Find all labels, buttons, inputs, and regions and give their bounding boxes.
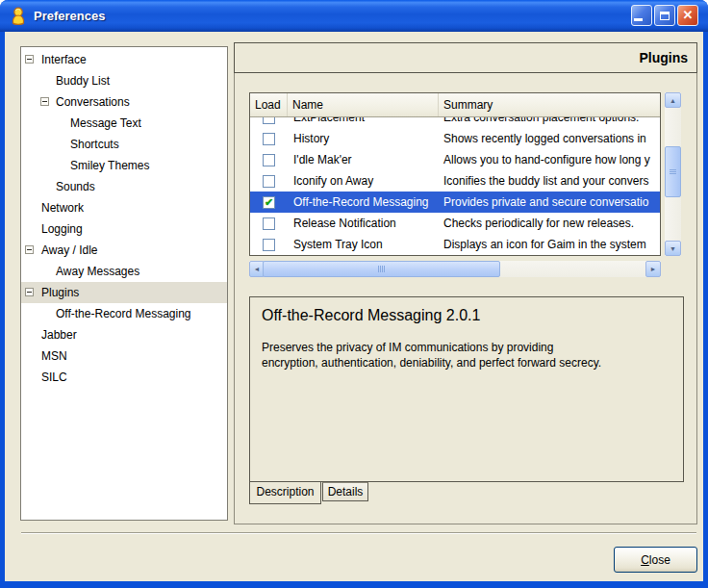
vertical-scrollbar[interactable]: ▲ ▼ (665, 92, 681, 256)
table-row-extplacement[interactable]: ExtPlacement Extra conversation placemen… (250, 117, 660, 128)
thumb-grip-icon (670, 173, 676, 174)
tree-item-message-text[interactable]: Message Text (21, 113, 227, 134)
tree-item-label: Jabber (41, 328, 77, 342)
close-icon: ✕ (683, 6, 694, 25)
plugin-description: Preserves the privacy of IM communicatio… (262, 340, 608, 371)
maximize-button[interactable] (654, 5, 675, 26)
arrow-right-icon: ► (650, 266, 657, 272)
plugin-details-panel: Off-the-Record Messaging 2.0.1 Preserves… (249, 296, 684, 482)
arrow-up-icon: ▲ (670, 97, 676, 104)
plugin-name-cell: I'dle Mak'er (288, 153, 439, 166)
table-row-release-notification[interactable]: Release Notification Checks periodically… (250, 213, 660, 234)
tree-item-label: Interface (41, 53, 87, 66)
thumb-grip-icon (670, 169, 676, 170)
column-header-summary[interactable]: Summary (439, 93, 660, 116)
horizontal-scrollbar[interactable]: ◄ ► (249, 261, 661, 277)
tab-description-label: Description (256, 485, 314, 499)
plugin-name-cell: ExtPlacement (288, 117, 439, 124)
close-button[interactable]: Close (614, 547, 697, 573)
load-checkbox[interactable] (263, 117, 275, 124)
table-row-history[interactable]: History Shows recently logged conversati… (250, 128, 660, 149)
tree-item-logging[interactable]: Logging (21, 218, 227, 240)
table-row-system-tray-icon[interactable]: System Tray Icon Displays an icon for Ga… (250, 234, 660, 255)
preferences-tree: Interface Buddy List Conversations Messa… (20, 46, 228, 521)
table-row-i-dle-mak-er[interactable]: I'dle Mak'er Allows you to hand-configur… (250, 149, 660, 170)
plugin-list-header: Load Name Summary (250, 93, 660, 117)
tree-item-shortcuts[interactable]: Shortcuts (21, 134, 227, 155)
tree-item-smiley-themes[interactable]: Smiley Themes (21, 155, 227, 176)
tree-item-off-the-record-messaging[interactable]: Off-the-Record Messaging (21, 303, 227, 324)
plugin-name-cell: Off-the-Record Messaging (288, 195, 439, 209)
tree-item-label: Shortcuts (70, 138, 119, 151)
scroll-right-button[interactable]: ► (645, 261, 661, 277)
horizontal-scroll-thumb[interactable] (263, 261, 500, 277)
tree-item-away-messages[interactable]: Away Messages (21, 261, 227, 282)
thumb-grip-icon (382, 266, 383, 272)
tree-item-away-idle[interactable]: Away / Idle (21, 240, 227, 261)
tree-item-label: Away Messages (56, 265, 139, 278)
plugin-title: Off-the-Record Messaging 2.0.1 (262, 307, 671, 324)
plugin-summary-cell: Allows you to hand-configure how long y (439, 153, 660, 166)
tab-description[interactable]: Description (249, 482, 321, 504)
preferences-window: Preferences ✕ Interface Buddy List Conve… (0, 0, 708, 588)
column-header-name[interactable]: Name (288, 93, 439, 116)
panel-title: Plugins (639, 50, 696, 65)
table-row-iconify-on-away[interactable]: Iconify on Away Iconifies the buddy list… (250, 170, 660, 192)
tree-item-network[interactable]: Network (21, 197, 227, 218)
tree-item-label: Plugins (41, 286, 79, 299)
tab-details-label: Details (328, 485, 364, 499)
tree-item-label: Conversations (56, 95, 130, 109)
arrow-down-icon: ▼ (670, 245, 676, 252)
tree-item-jabber[interactable]: Jabber (21, 324, 227, 345)
tree-item-label: Smiley Themes (70, 159, 149, 172)
load-checkbox[interactable] (263, 196, 275, 209)
tree-item-plugins[interactable]: Plugins (21, 282, 227, 303)
tree-item-interface[interactable]: Interface (21, 49, 227, 70)
load-checkbox[interactable] (263, 154, 275, 166)
minimize-button[interactable] (631, 5, 652, 26)
load-checkbox[interactable] (263, 133, 275, 145)
tree-expander-icon[interactable] (25, 55, 34, 64)
maximize-icon (660, 12, 670, 20)
tree-item-label: Away / Idle (41, 243, 97, 257)
titlebar[interactable]: Preferences ✕ (0, 0, 708, 32)
plugin-name-cell: Release Notification (288, 217, 439, 230)
tree-item-msn[interactable]: MSN (21, 345, 227, 367)
load-checkbox[interactable] (263, 175, 275, 188)
plugin-name-cell: History (288, 132, 439, 145)
thumb-grip-icon (378, 266, 379, 272)
plugin-name-cell: System Tray Icon (288, 238, 439, 251)
minimize-icon (634, 18, 643, 21)
plugin-summary-cell: Provides private and secure conversatio (439, 195, 660, 209)
thumb-grip-icon (384, 266, 385, 272)
tree-item-conversations[interactable]: Conversations (21, 91, 227, 113)
tree-expander-icon[interactable] (40, 97, 49, 106)
tree-item-label: MSN (41, 349, 67, 363)
plugin-name-cell: Iconify on Away (288, 174, 439, 188)
load-checkbox[interactable] (263, 217, 275, 230)
close-window-button[interactable]: ✕ (677, 5, 698, 26)
tree-item-label: Logging (41, 222, 83, 236)
scroll-up-button[interactable]: ▲ (665, 92, 681, 108)
window-controls: ✕ (631, 5, 698, 26)
footer-separator (21, 532, 696, 534)
tab-details[interactable]: Details (322, 482, 368, 501)
window-title: Preferences (34, 9, 105, 23)
scroll-down-button[interactable]: ▼ (665, 241, 681, 256)
plugin-list: Load Name Summary ExtPlacement Extra con… (249, 92, 661, 256)
gaim-buddy-icon (9, 7, 28, 26)
tree-item-label: SILC (41, 371, 67, 384)
column-header-load[interactable]: Load (250, 93, 288, 116)
tree-item-sounds[interactable]: Sounds (21, 176, 227, 197)
tree-item-silc[interactable]: SILC (21, 367, 227, 388)
tree-expander-icon[interactable] (25, 288, 34, 296)
table-row-off-the-record-messaging[interactable]: Off-the-Record Messaging Provides privat… (250, 192, 660, 213)
thumb-grip-icon (670, 171, 676, 172)
plugin-summary-cell: Checks periodically for new releases. (439, 217, 660, 230)
tree-expander-icon[interactable] (25, 245, 34, 254)
tree-item-label: Network (41, 201, 84, 215)
vertical-scroll-thumb[interactable] (665, 146, 681, 197)
tree-item-buddy-list[interactable]: Buddy List (21, 70, 227, 91)
load-checkbox[interactable] (263, 239, 275, 251)
plugin-summary-cell: Iconifies the buddy list and your conver… (439, 174, 660, 188)
